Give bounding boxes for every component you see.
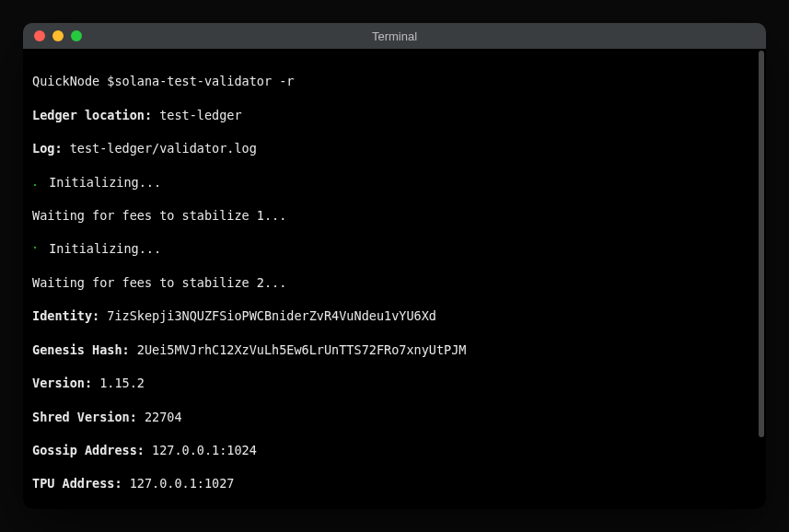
init-line-1: ⠄ Initializing... [32,174,757,191]
tpu-label: TPU Address: [32,476,122,491]
genesis-value: 2Uei5MVJrhC12XzVuLh5Ew6LrUnTTS72FRo7xnyU… [130,342,467,357]
shred-line: Shred Version: 22704 [32,409,757,425]
identity-value: 7izSkepji3NQUZFSioPWCBniderZvR4VuNdeu1vY… [99,308,436,323]
scrollbar[interactable] [759,51,764,437]
version-label: Version: [32,376,92,390]
shred-label: Shred Version: [32,410,137,424]
log-value: test-ledger/validator.log [63,141,257,156]
ledger-value: test-ledger [152,108,242,122]
spinner-icon: ⠄ [32,175,41,190]
genesis-line: Genesis Hash: 2Uei5MVJrhC12XzVuLh5Ew6LrU… [32,341,757,358]
init-text: Initializing... [41,175,161,190]
window-title: Terminal [372,29,417,43]
gossip-label: Gossip Address: [32,443,145,457]
gossip-line: Gossip Address: 127.0.0.1:1024 [32,442,757,458]
titlebar: Terminal [23,23,766,49]
close-icon[interactable] [34,30,45,41]
init-line-2: ⠂ Initializing... [32,240,757,257]
tpu-value: 127.0.0.1:1027 [122,476,235,491]
terminal-window: Terminal QuickNode $solana-test-validato… [23,23,766,509]
traffic-lights [34,30,82,41]
version-line: Version: 1.15.2 [32,375,757,391]
wait-line-2: Waiting for fees to stabilize 2... [32,274,757,291]
prompt-line: QuickNode $solana-test-validator -r [32,73,757,89]
wait-line-1: Waiting for fees to stabilize 1... [32,207,757,224]
terminal-body[interactable]: QuickNode $solana-test-validator -r Ledg… [23,49,766,509]
log-label: Log: [32,141,63,156]
shred-value: 22704 [137,410,182,424]
spinner-icon: ⠂ [32,241,41,256]
gossip-value: 127.0.0.1:1024 [145,443,257,457]
minimize-icon[interactable] [52,30,64,41]
ledger-line: Ledger location: test-ledger [32,107,757,123]
ledger-label: Ledger location: [32,108,152,122]
init-text: Initializing... [41,241,161,256]
identity-label: Identity: [32,308,99,323]
genesis-label: Genesis Hash: [32,342,130,357]
version-value: 1.15.2 [92,376,145,390]
identity-line: Identity: 7izSkepji3NQUZFSioPWCBniderZvR… [32,307,757,324]
tpu-line: TPU Address: 127.0.0.1:1027 [32,475,757,492]
maximize-icon[interactable] [71,30,82,41]
log-line: Log: test-ledger/validator.log [32,140,757,156]
